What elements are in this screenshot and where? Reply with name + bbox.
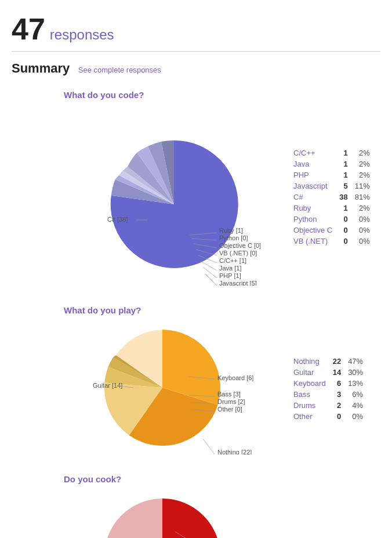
legend-pct: 13% [344, 378, 366, 389]
playing-legend-table: Nothing 22 47% Guitar 14 30% Keyboard 6 … [290, 356, 366, 422]
svg-line-17 [205, 274, 217, 286]
svg-text:Javascript [5]: Javascript [5] [219, 280, 257, 286]
legend-count: 2 [329, 400, 344, 411]
legend-pct: 2% [351, 147, 373, 158]
legend-count: 6 [329, 378, 344, 389]
coding-pie-chart: C# [38] Ruby [1] Python [0] Objective C … [12, 106, 278, 286]
legend-row: Bass 3 6% [290, 389, 366, 400]
legend-count: 1 [336, 147, 351, 158]
cooking-section: Do you cook? No [7] Yes [40] [12, 474, 380, 538]
legend-pct: 2% [351, 169, 373, 180]
response-header: 47 responses [12, 12, 380, 46]
summary-title: Summary [12, 61, 70, 75]
legend-pct: 6% [344, 389, 366, 400]
legend-label: C/C++ [290, 147, 336, 158]
coding-legend-table: C/C++ 1 2% Java 1 2% PHP 1 2% Javascript… [290, 147, 373, 247]
svg-text:VB (.NET) [0]: VB (.NET) [0] [219, 250, 257, 257]
svg-line-13 [201, 261, 217, 270]
legend-label: Objective C [290, 225, 336, 236]
legend-pct: 81% [351, 192, 373, 203]
legend-count: 0 [336, 236, 351, 247]
legend-pct: 30% [344, 367, 366, 378]
cooking-chart-area: No [7] Yes [40] [12, 490, 278, 538]
legend-count: 3 [329, 389, 344, 400]
legend-label: Other [290, 411, 329, 422]
legend-row: C# 38 81% [290, 192, 373, 203]
svg-text:Objective C [0]: Objective C [0] [219, 242, 261, 249]
svg-text:Bass [3]: Bass [3] [217, 391, 241, 398]
legend-row: Drums 2 4% [290, 400, 366, 411]
legend-row: Python 0 0% [290, 214, 373, 225]
legend-count: 1 [336, 203, 351, 214]
svg-text:Nothing [22]: Nothing [22] [217, 449, 252, 454]
playing-section: What do you play? [12, 305, 380, 457]
legend-label: C# [290, 192, 336, 203]
svg-text:Other [0]: Other [0] [217, 406, 242, 413]
legend-label: Keyboard [290, 378, 329, 389]
svg-text:PHP [1]: PHP [1] [219, 272, 241, 279]
legend-label: Guitar [290, 367, 329, 378]
svg-text:Keyboard [6]: Keyboard [6] [217, 374, 253, 381]
legend-row: Javascript 5 11% [290, 180, 373, 192]
legend-pct: 0% [351, 236, 373, 247]
legend-row: Java 1 2% [290, 158, 373, 169]
summary-header: Summary See complete responses [12, 61, 380, 76]
legend-row: Objective C 0 0% [290, 225, 373, 236]
legend-label: VB (.NET) [290, 236, 336, 247]
response-count: 47 [12, 12, 45, 46]
legend-pct: 0% [351, 225, 373, 236]
legend-row: Other 0 0% [290, 411, 366, 422]
cooking-chart-row: No [7] Yes [40] Yes 40 85% No 7 15% [12, 490, 380, 538]
legend-row: C/C++ 1 2% [290, 147, 373, 158]
legend-count: 1 [336, 169, 351, 180]
legend-label: Java [290, 158, 336, 169]
coding-chart-area: C# [38] Ruby [1] Python [0] Objective C … [12, 106, 278, 288]
legend-label: Javascript [290, 180, 336, 192]
legend-count: 0 [336, 214, 351, 225]
svg-text:Guitar [14]: Guitar [14] [93, 382, 122, 389]
legend-row: VB (.NET) 0 0% [290, 236, 373, 247]
playing-title: What do you play? [64, 305, 380, 315]
legend-count: 14 [329, 367, 344, 378]
legend-pct: 2% [351, 203, 373, 214]
response-label: responses [50, 27, 114, 43]
cooking-pie-chart: No [7] Yes [40] [12, 490, 278, 538]
legend-pct: 2% [351, 158, 373, 169]
legend-count: 22 [329, 356, 344, 367]
svg-text:Python [0]: Python [0] [219, 234, 248, 241]
playing-legend: Nothing 22 47% Guitar 14 30% Keyboard 6 … [290, 356, 380, 422]
legend-count: 38 [336, 192, 351, 203]
legend-label: Drums [290, 400, 329, 411]
legend-row: Nothing 22 47% [290, 356, 366, 367]
coding-section: What do you code? [12, 90, 380, 288]
legend-label: Bass [290, 389, 329, 400]
legend-pct: 0% [351, 214, 373, 225]
legend-label: Ruby [290, 203, 336, 214]
legend-count: 0 [336, 225, 351, 236]
svg-line-15 [203, 267, 217, 278]
legend-row: PHP 1 2% [290, 169, 373, 180]
svg-text:Drums [2]: Drums [2] [217, 398, 245, 405]
coding-title: What do you code? [64, 90, 380, 100]
legend-row: Ruby 1 2% [290, 203, 373, 214]
coding-legend: C/C++ 1 2% Java 1 2% PHP 1 2% Javascript… [290, 147, 380, 247]
coding-chart-row: C# [38] Ruby [1] Python [0] Objective C … [12, 106, 380, 288]
legend-pct: 11% [351, 180, 373, 192]
legend-label: Python [290, 214, 336, 225]
cooking-title: Do you cook? [64, 474, 380, 484]
legend-row: Guitar 14 30% [290, 367, 366, 378]
playing-chart-area: Keyboard [6] Guitar [14] Bass [3] Drums … [12, 321, 278, 457]
legend-pct: 0% [344, 411, 366, 422]
playing-chart-row: Keyboard [6] Guitar [14] Bass [3] Drums … [12, 321, 380, 457]
svg-line-29 [203, 439, 215, 454]
legend-count: 5 [336, 180, 351, 192]
legend-row: Keyboard 6 13% [290, 378, 366, 389]
svg-text:Java [1]: Java [1] [219, 265, 242, 272]
playing-pie-chart: Keyboard [6] Guitar [14] Bass [3] Drums … [12, 321, 278, 454]
legend-count: 0 [329, 411, 344, 422]
header-divider [12, 51, 380, 52]
svg-text:Ruby [1]: Ruby [1] [219, 227, 243, 234]
see-responses-link[interactable]: See complete responses [78, 66, 161, 74]
legend-count: 1 [336, 158, 351, 169]
svg-text:C# [38]: C# [38] [107, 216, 128, 223]
